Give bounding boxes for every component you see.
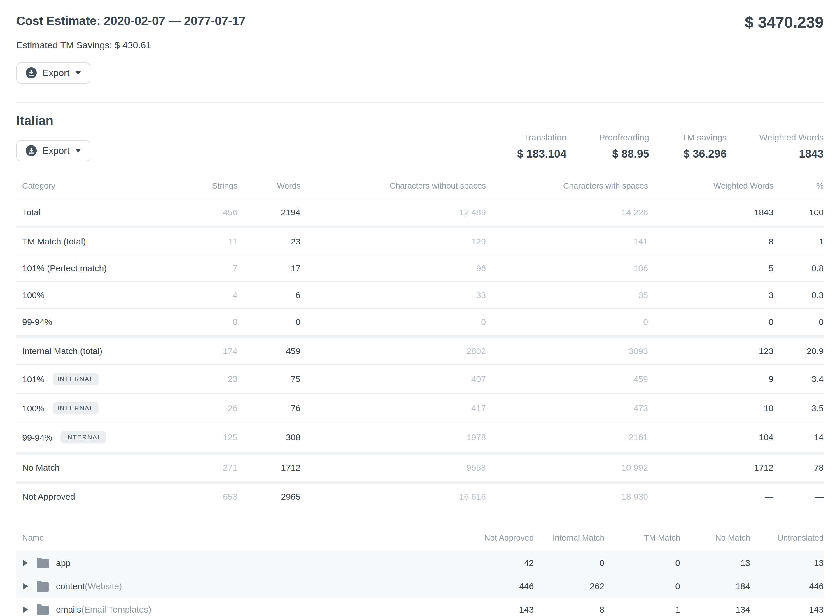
cell-words: 459	[237, 337, 300, 365]
cell-chars_without: 12 489	[300, 199, 486, 227]
cell-chars_without: 0	[300, 309, 486, 337]
file-row[interactable]: content(Website)4462620184446	[16, 575, 824, 598]
stat: Translation$ 183.104	[517, 133, 566, 160]
file-name: app	[56, 558, 71, 568]
cell-words: 308	[237, 423, 300, 453]
cell-pct: 100	[774, 199, 824, 227]
language-export-button[interactable]: Export	[16, 140, 90, 162]
cell-pct: 78	[774, 453, 824, 482]
cell-chars_without: 417	[300, 394, 486, 423]
cell-weighted: 10	[648, 394, 774, 423]
table-row: Not Approved653296516 61618 930——	[16, 482, 824, 510]
table-row: 101%INTERNAL237540745993.4	[16, 365, 824, 394]
cell-weighted: 104	[648, 423, 774, 453]
cell-strings: 26	[185, 394, 237, 423]
cell-weighted: 5	[648, 255, 774, 282]
stat-label: Proofreading	[599, 133, 649, 142]
cell-strings: 23	[185, 365, 237, 394]
category-label: 100%	[22, 403, 45, 413]
page-title: Cost Estimate: 2020-02-07 — 2077-07-17	[16, 14, 246, 28]
cell-chars_without: 96	[300, 255, 486, 282]
stat-label: Translation	[517, 133, 566, 142]
file-row[interactable]: app42001313	[16, 551, 824, 575]
files-section: NameNot ApprovedInternal MatchTM MatchNo…	[16, 533, 824, 616]
cell-name: emails(Email Templates)	[16, 598, 446, 616]
cell-category: 100%	[16, 282, 185, 309]
file-name-suffix: (Website)	[85, 581, 122, 591]
cell-not_approved: 42	[446, 551, 534, 575]
category-label: 99-94%	[22, 433, 52, 442]
chevron-down-icon	[75, 149, 81, 153]
export-button[interactable]: Export	[16, 62, 90, 84]
download-icon	[26, 67, 37, 78]
file-name-suffix: (Email Templates)	[81, 605, 152, 615]
cell-chars_without: 33	[300, 282, 486, 309]
stat-value: $ 183.104	[517, 148, 566, 160]
cell-category: Not Approved	[16, 482, 185, 510]
cell-category: 99-94%	[16, 309, 185, 337]
cell-pct: 3.5	[774, 394, 824, 423]
file-name-cell: app	[16, 558, 446, 568]
cell-strings: 4	[185, 282, 237, 309]
cell-untranslated: 143	[750, 598, 824, 616]
cell-internal_match: 8	[534, 598, 604, 616]
cell-no_match: 134	[680, 598, 750, 616]
cell-words: 2194	[237, 199, 300, 227]
cell-strings: 11	[185, 227, 237, 255]
cell-name: app	[16, 551, 446, 575]
cell-not_approved: 143	[446, 598, 534, 616]
cell-chars_with: 14 226	[486, 199, 648, 227]
cost-table-body: Total456219412 48914 2261843100TM Match …	[16, 199, 824, 510]
folder-icon	[37, 558, 50, 568]
cell-name: content(Website)	[16, 575, 446, 598]
cell-untranslated: 13	[750, 551, 824, 575]
cost-table: CategoryStringsWordsCharacters without s…	[16, 181, 824, 510]
category-label: 101%	[22, 374, 45, 384]
cell-category: 100%INTERNAL	[16, 394, 185, 423]
cell-chars_with: 473	[486, 394, 648, 423]
cell-no_match: 184	[680, 575, 750, 598]
cell-weighted: —	[648, 482, 774, 510]
cell-chars_with: 106	[486, 255, 648, 282]
cell-words: 17	[237, 255, 300, 282]
cell-weighted: 8	[648, 227, 774, 255]
cell-words: 75	[237, 365, 300, 394]
column-header: Untranslated	[750, 533, 824, 551]
language-section: Italian Export Translation$ 183.104Proof…	[16, 113, 824, 510]
column-header: Not Approved	[446, 533, 534, 551]
chevron-right-icon[interactable]	[24, 583, 29, 589]
cell-pct: 0.8	[774, 255, 824, 282]
cell-chars_with: 10 992	[486, 453, 648, 482]
category-label: 99-94%	[22, 317, 52, 327]
cell-chars_with: 141	[486, 227, 648, 255]
chevron-right-icon[interactable]	[24, 607, 29, 613]
cell-weighted: 9	[648, 365, 774, 394]
cell-words: 76	[237, 394, 300, 423]
cell-chars_with: 18 930	[486, 482, 648, 510]
cell-chars_without: 129	[300, 227, 486, 255]
page-header: Cost Estimate: 2020-02-07 — 2077-07-17 $…	[16, 14, 824, 31]
cell-strings: 125	[185, 423, 237, 453]
cell-weighted: 0	[648, 309, 774, 337]
folder-icon	[37, 604, 50, 615]
stat-value: $ 88.95	[599, 148, 649, 160]
cost-estimate-page: Cost Estimate: 2020-02-07 — 2077-07-17 $…	[0, 0, 840, 616]
files-table-header-row: NameNot ApprovedInternal MatchTM MatchNo…	[16, 533, 824, 551]
cell-chars_with: 2161	[486, 423, 648, 453]
chevron-right-icon[interactable]	[24, 560, 29, 566]
internal-badge: INTERNAL	[53, 402, 99, 414]
cell-words: 2965	[237, 482, 300, 510]
cell-pct: 1	[774, 227, 824, 255]
total-cost: $ 3470.239	[745, 14, 824, 31]
cell-weighted: 1712	[648, 453, 774, 482]
cell-no_match: 13	[680, 551, 750, 575]
cell-words: 6	[237, 282, 300, 309]
cell-pct: 3.4	[774, 365, 824, 394]
stat-label: Weighted Words	[759, 133, 824, 142]
file-name-cell: content(Website)	[16, 581, 446, 591]
cell-untranslated: 446	[750, 575, 824, 598]
cell-pct: 0	[774, 309, 824, 337]
file-row[interactable]: emails(Email Templates)14381134143	[16, 598, 824, 616]
cell-internal_match: 0	[534, 551, 604, 575]
chevron-down-icon	[75, 71, 81, 75]
